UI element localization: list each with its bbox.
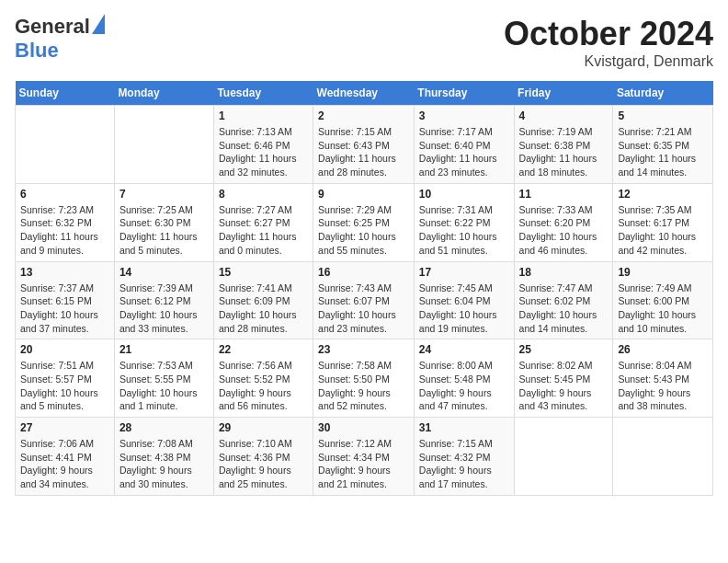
header-sunday: Sunday — [16, 81, 115, 106]
day-info: Sunrise: 7:39 AM Sunset: 6:12 PM Dayligh… — [119, 282, 209, 336]
day-number: 29 — [219, 421, 308, 434]
day-number: 31 — [419, 421, 509, 434]
day-number: 20 — [20, 343, 109, 356]
logo-general-text: General — [15, 15, 90, 39]
header-tuesday: Tuesday — [213, 81, 313, 106]
day-number: 9 — [318, 188, 409, 201]
calendar-cell: 4Sunrise: 7:19 AM Sunset: 6:38 PM Daylig… — [514, 106, 613, 184]
day-info: Sunrise: 7:15 AM Sunset: 6:43 PM Dayligh… — [318, 125, 409, 179]
day-info: Sunrise: 7:41 AM Sunset: 6:09 PM Dayligh… — [219, 282, 308, 336]
header-friday: Friday — [514, 81, 613, 106]
day-number: 10 — [419, 188, 509, 201]
day-info: Sunrise: 7:37 AM Sunset: 6:15 PM Dayligh… — [20, 282, 109, 336]
day-info: Sunrise: 7:25 AM Sunset: 6:30 PM Dayligh… — [119, 203, 209, 258]
calendar-body: 1Sunrise: 7:13 AM Sunset: 6:46 PM Daylig… — [16, 106, 713, 496]
page-header: General Blue October 2024 Kvistgard, Den… — [15, 15, 713, 70]
day-info: Sunrise: 7:56 AM Sunset: 5:52 PM Dayligh… — [219, 359, 308, 413]
day-number: 23 — [318, 343, 409, 356]
day-info: Sunrise: 7:21 AM Sunset: 6:35 PM Dayligh… — [618, 125, 708, 179]
day-number: 21 — [119, 343, 209, 356]
day-info: Sunrise: 7:13 AM Sunset: 6:46 PM Dayligh… — [219, 125, 308, 179]
day-number: 3 — [419, 109, 509, 122]
day-number: 22 — [219, 343, 308, 356]
logo-blue-text: Blue — [15, 39, 59, 63]
day-number: 24 — [419, 343, 509, 356]
calendar-cell: 2Sunrise: 7:15 AM Sunset: 6:43 PM Daylig… — [313, 106, 415, 184]
calendar-cell: 10Sunrise: 7:31 AM Sunset: 6:22 PM Dayli… — [414, 183, 514, 261]
calendar-cell — [114, 106, 213, 184]
calendar-cell: 15Sunrise: 7:41 AM Sunset: 6:09 PM Dayli… — [213, 261, 313, 339]
day-info: Sunrise: 7:12 AM Sunset: 4:34 PM Dayligh… — [318, 437, 409, 491]
day-number: 1 — [219, 109, 308, 122]
day-info: Sunrise: 7:17 AM Sunset: 6:40 PM Dayligh… — [419, 125, 509, 179]
day-info: Sunrise: 7:08 AM Sunset: 4:38 PM Dayligh… — [119, 437, 209, 491]
day-number: 8 — [219, 188, 308, 201]
day-number: 30 — [318, 421, 409, 434]
day-info: Sunrise: 7:53 AM Sunset: 5:55 PM Dayligh… — [119, 359, 209, 413]
calendar-cell: 31Sunrise: 7:15 AM Sunset: 4:32 PM Dayli… — [414, 418, 514, 496]
calendar-week-4: 20Sunrise: 7:51 AM Sunset: 5:57 PM Dayli… — [16, 339, 713, 418]
calendar-cell: 30Sunrise: 7:12 AM Sunset: 4:34 PM Dayli… — [313, 418, 415, 496]
calendar-cell — [514, 418, 613, 496]
day-number: 14 — [119, 266, 209, 279]
day-number: 11 — [519, 188, 609, 201]
day-info: Sunrise: 7:10 AM Sunset: 4:36 PM Dayligh… — [219, 437, 308, 491]
calendar-cell: 7Sunrise: 7:25 AM Sunset: 6:30 PM Daylig… — [114, 183, 213, 261]
calendar-cell: 23Sunrise: 7:58 AM Sunset: 5:50 PM Dayli… — [313, 339, 415, 418]
day-info: Sunrise: 8:02 AM Sunset: 5:45 PM Dayligh… — [519, 359, 609, 413]
calendar-cell: 11Sunrise: 7:33 AM Sunset: 6:20 PM Dayli… — [514, 183, 613, 261]
day-info: Sunrise: 7:45 AM Sunset: 6:04 PM Dayligh… — [419, 282, 509, 336]
calendar-cell: 17Sunrise: 7:45 AM Sunset: 6:04 PM Dayli… — [414, 261, 514, 339]
calendar-cell: 12Sunrise: 7:35 AM Sunset: 6:17 PM Dayli… — [613, 183, 713, 261]
day-number: 17 — [419, 266, 509, 279]
calendar-cell: 19Sunrise: 7:49 AM Sunset: 6:00 PM Dayli… — [613, 261, 713, 339]
day-info: Sunrise: 7:15 AM Sunset: 4:32 PM Dayligh… — [419, 437, 509, 491]
calendar-cell: 29Sunrise: 7:10 AM Sunset: 4:36 PM Dayli… — [213, 418, 313, 496]
day-info: Sunrise: 7:33 AM Sunset: 6:20 PM Dayligh… — [519, 203, 609, 258]
calendar-header: Sunday Monday Tuesday Wednesday Thursday… — [16, 81, 713, 106]
day-info: Sunrise: 7:49 AM Sunset: 6:00 PM Dayligh… — [618, 282, 708, 336]
day-number: 2 — [318, 109, 409, 122]
calendar-cell: 21Sunrise: 7:53 AM Sunset: 5:55 PM Dayli… — [114, 339, 213, 418]
day-number: 7 — [119, 188, 209, 201]
day-number: 28 — [119, 421, 209, 434]
day-info: Sunrise: 7:19 AM Sunset: 6:38 PM Dayligh… — [519, 125, 609, 179]
header-wednesday: Wednesday — [313, 81, 415, 106]
header-monday: Monday — [114, 81, 213, 106]
day-number: 5 — [618, 109, 708, 122]
calendar-cell: 22Sunrise: 7:56 AM Sunset: 5:52 PM Dayli… — [213, 339, 313, 418]
month-title: October 2024 — [504, 15, 713, 53]
day-info: Sunrise: 7:47 AM Sunset: 6:02 PM Dayligh… — [519, 282, 609, 336]
calendar-cell: 24Sunrise: 8:00 AM Sunset: 5:48 PM Dayli… — [414, 339, 514, 418]
calendar-cell: 25Sunrise: 8:02 AM Sunset: 5:45 PM Dayli… — [514, 339, 613, 418]
calendar-cell: 14Sunrise: 7:39 AM Sunset: 6:12 PM Dayli… — [114, 261, 213, 339]
calendar-cell: 5Sunrise: 7:21 AM Sunset: 6:35 PM Daylig… — [613, 106, 713, 184]
calendar-cell: 28Sunrise: 7:08 AM Sunset: 4:38 PM Dayli… — [114, 418, 213, 496]
day-info: Sunrise: 7:27 AM Sunset: 6:27 PM Dayligh… — [219, 203, 308, 258]
day-number: 18 — [519, 266, 609, 279]
calendar-cell: 20Sunrise: 7:51 AM Sunset: 5:57 PM Dayli… — [16, 339, 115, 418]
calendar-week-1: 1Sunrise: 7:13 AM Sunset: 6:46 PM Daylig… — [16, 106, 713, 184]
calendar-cell — [613, 418, 713, 496]
day-info: Sunrise: 7:51 AM Sunset: 5:57 PM Dayligh… — [20, 359, 109, 413]
logo-triangle-icon — [92, 14, 105, 34]
header-thursday: Thursday — [414, 81, 514, 106]
day-number: 6 — [20, 188, 109, 201]
day-info: Sunrise: 7:29 AM Sunset: 6:25 PM Dayligh… — [318, 203, 409, 258]
day-info: Sunrise: 7:23 AM Sunset: 6:32 PM Dayligh… — [20, 203, 109, 258]
calendar-cell: 1Sunrise: 7:13 AM Sunset: 6:46 PM Daylig… — [213, 106, 313, 184]
day-info: Sunrise: 7:31 AM Sunset: 6:22 PM Dayligh… — [419, 203, 509, 258]
calendar-cell: 26Sunrise: 8:04 AM Sunset: 5:43 PM Dayli… — [613, 339, 713, 418]
calendar-cell: 3Sunrise: 7:17 AM Sunset: 6:40 PM Daylig… — [414, 106, 514, 184]
calendar-cell: 18Sunrise: 7:47 AM Sunset: 6:02 PM Dayli… — [514, 261, 613, 339]
day-info: Sunrise: 8:04 AM Sunset: 5:43 PM Dayligh… — [618, 359, 708, 413]
calendar-week-3: 13Sunrise: 7:37 AM Sunset: 6:15 PM Dayli… — [16, 261, 713, 339]
calendar-cell — [16, 106, 115, 184]
calendar-cell: 9Sunrise: 7:29 AM Sunset: 6:25 PM Daylig… — [313, 183, 415, 261]
day-number: 26 — [618, 343, 708, 356]
day-info: Sunrise: 7:35 AM Sunset: 6:17 PM Dayligh… — [618, 203, 708, 258]
day-number: 16 — [318, 266, 409, 279]
location-title: Kvistgard, Denmark — [504, 53, 713, 70]
day-number: 4 — [519, 109, 609, 122]
calendar-week-5: 27Sunrise: 7:06 AM Sunset: 4:41 PM Dayli… — [16, 418, 713, 496]
